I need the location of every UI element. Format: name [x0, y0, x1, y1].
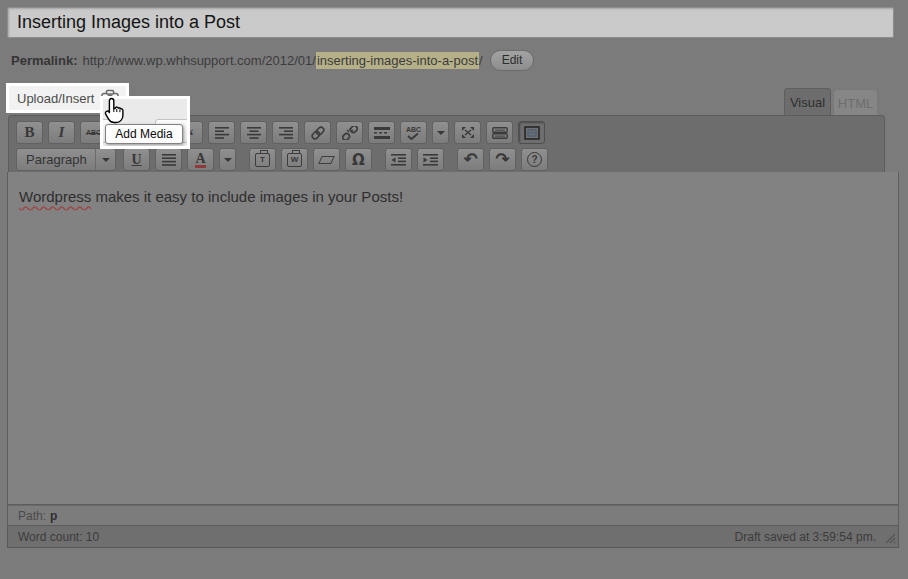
paste-as-text-button[interactable]: T — [249, 148, 276, 171]
toolbar-row-2: Paragraph U A T W Ω ↶ ↷ — [16, 146, 884, 173]
unlink-icon — [342, 126, 358, 140]
word-count: Word count: 10 — [18, 530, 99, 544]
path-label: Path: — [18, 509, 46, 523]
align-left-icon — [215, 127, 229, 139]
resize-grip-icon[interactable] — [882, 530, 896, 544]
permalink-slug: inserting-images-into-a-post — [316, 52, 479, 69]
align-justify-button[interactable] — [155, 148, 182, 171]
tab-html[interactable]: HTML — [833, 89, 878, 116]
fullscreen-button[interactable] — [454, 121, 481, 144]
edit-permalink-button[interactable]: Edit — [490, 50, 535, 71]
align-center-button[interactable] — [240, 121, 267, 144]
permalink-label: Permalink: — [11, 53, 77, 68]
permalink-suffix: / — [479, 53, 483, 68]
clipboard-word-icon: W — [287, 153, 302, 167]
remove-formatting-button[interactable] — [313, 148, 340, 171]
undo-button[interactable]: ↶ — [457, 148, 484, 171]
spellcheck-dropdown[interactable] — [432, 121, 449, 144]
text-color-button[interactable]: A — [187, 148, 214, 171]
paragraph-style-dropdown[interactable]: Paragraph — [16, 148, 116, 171]
clipboard-text-icon: T — [255, 153, 270, 167]
unlink-button[interactable] — [336, 121, 363, 144]
tab-visual[interactable]: Visual — [784, 88, 831, 115]
add-media-tooltip: Add Media — [105, 124, 183, 144]
misspelled-word: Wordpress — [19, 188, 91, 205]
align-right-icon — [279, 127, 293, 139]
keyboard-active-icon — [524, 126, 540, 140]
special-character-button[interactable]: Ω — [345, 148, 372, 171]
align-left-button[interactable] — [208, 121, 235, 144]
chevron-down-icon — [102, 158, 110, 162]
align-right-button[interactable] — [272, 121, 299, 144]
kitchen-sink-active-button[interactable] — [518, 121, 545, 144]
editor-content-area[interactable]: Wordpress makes it easy to include image… — [7, 172, 899, 505]
align-center-icon — [247, 127, 261, 139]
post-title-input[interactable] — [7, 7, 894, 38]
redo-button[interactable]: ↷ — [489, 148, 516, 171]
status-bar: Word count: 10 Draft saved at 3:59:54 pm… — [7, 526, 899, 548]
help-button[interactable]: ? — [521, 148, 548, 171]
outdent-button[interactable] — [385, 148, 412, 171]
permalink-url: http://www.wp.whhsupport.com/2012/01/ — [82, 53, 315, 68]
post-body-text: Wordpress makes it easy to include image… — [8, 172, 898, 221]
path-bar: Path: p — [7, 505, 899, 526]
bold-button[interactable]: B — [16, 121, 43, 144]
question-mark-icon: ? — [527, 152, 542, 167]
more-tag-icon — [374, 127, 390, 139]
align-justify-icon — [162, 154, 176, 166]
fullscreen-icon — [461, 126, 475, 139]
path-value: p — [50, 509, 57, 523]
kitchen-sink-button[interactable] — [486, 121, 513, 144]
permalink-row: Permalink: http://www.wp.whhsupport.com/… — [11, 50, 534, 71]
chevron-down-icon — [224, 158, 232, 162]
link-icon — [310, 126, 326, 140]
outdent-icon — [391, 154, 406, 166]
insert-link-button[interactable] — [304, 121, 331, 144]
hand-cursor-icon — [103, 97, 127, 125]
upload-insert-label: Upload/Insert — [17, 91, 94, 106]
chevron-down-icon — [437, 131, 445, 135]
sentence-rest: makes it easy to include images in your … — [91, 188, 403, 205]
indent-icon — [423, 154, 438, 166]
paste-from-word-button[interactable]: W — [281, 148, 308, 171]
italic-button[interactable]: I — [48, 121, 75, 144]
eraser-icon — [318, 156, 335, 164]
more-tag-button[interactable] — [368, 121, 395, 144]
underline-button[interactable]: U — [123, 148, 150, 171]
checkmark-icon — [407, 133, 419, 140]
indent-button[interactable] — [417, 148, 444, 171]
wordpress-post-editor: Permalink: http://www.wp.whhsupport.com/… — [0, 0, 908, 579]
spellcheck-button[interactable]: ABC — [400, 121, 427, 144]
draft-saved-text: Draft saved at 3:59:54 pm. — [735, 530, 876, 544]
text-color-dropdown[interactable] — [219, 148, 236, 171]
keyboard-icon — [492, 127, 508, 139]
